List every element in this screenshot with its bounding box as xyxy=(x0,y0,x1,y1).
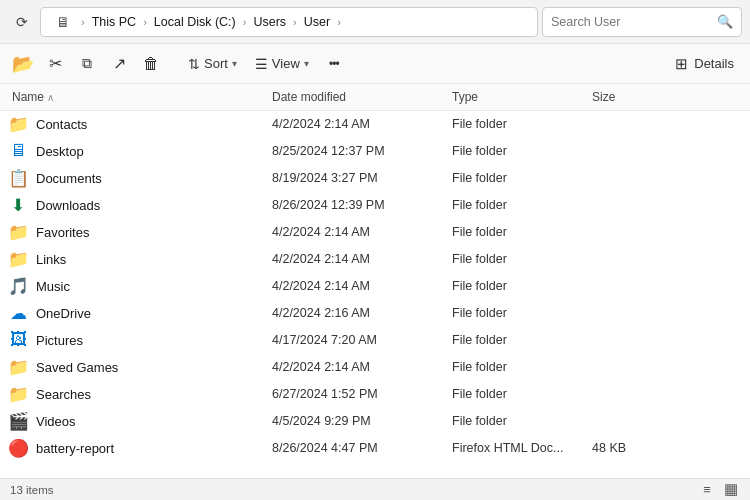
table-row[interactable]: 📁 Favorites 4/2/2024 2:14 AM File folder xyxy=(0,219,750,246)
file-name: Downloads xyxy=(36,198,100,213)
file-type: File folder xyxy=(448,414,588,428)
file-date: 4/17/2024 7:20 AM xyxy=(268,333,448,347)
table-row[interactable]: 📁 Links 4/2/2024 2:14 AM File folder xyxy=(0,246,750,273)
breadcrumb-this-pc[interactable]: This PC xyxy=(89,13,139,31)
sep4: › xyxy=(293,16,297,28)
col-date-modified[interactable]: Date modified xyxy=(268,88,448,106)
search-input[interactable] xyxy=(551,15,711,29)
file-list-body: 📁 Contacts 4/2/2024 2:14 AM File folder … xyxy=(0,111,750,499)
delete-button[interactable]: 🗑 xyxy=(136,49,166,79)
new-folder-button[interactable]: 📂 xyxy=(8,49,38,79)
sort-label: Sort xyxy=(204,56,228,71)
file-icon: ⬇ xyxy=(8,195,28,215)
table-row[interactable]: 🔴 battery-report 8/26/2024 4:47 PM Firef… xyxy=(0,435,750,462)
file-type: File folder xyxy=(448,360,588,374)
file-icon: 📁 xyxy=(8,249,28,269)
view-button[interactable]: ☰ View ▾ xyxy=(247,49,317,79)
file-date: 4/2/2024 2:14 AM xyxy=(268,117,448,131)
share-button[interactable]: ↗ xyxy=(104,49,134,79)
col-type[interactable]: Type xyxy=(448,88,588,106)
file-type: File folder xyxy=(448,252,588,266)
more-button[interactable]: ••• xyxy=(319,49,349,79)
file-type: File folder xyxy=(448,144,588,158)
col-name[interactable]: Name ∧ xyxy=(8,88,268,106)
breadcrumb-users[interactable]: Users xyxy=(250,13,289,31)
file-date: 8/26/2024 4:47 PM xyxy=(268,441,448,455)
file-icon: 📋 xyxy=(8,168,28,188)
refresh-icon: ⟳ xyxy=(16,14,28,30)
view-label: View xyxy=(272,56,300,71)
file-name: Favorites xyxy=(36,225,89,240)
breadcrumb-user[interactable]: User xyxy=(301,13,333,31)
file-date: 6/27/2024 1:52 PM xyxy=(268,387,448,401)
table-row[interactable]: ⬇ Downloads 8/26/2024 12:39 PM File fold… xyxy=(0,192,750,219)
sep5: › xyxy=(337,16,341,28)
file-name: Music xyxy=(36,279,70,294)
more-icon: ••• xyxy=(329,57,339,71)
search-icon[interactable]: 🔍 xyxy=(717,14,733,29)
breadcrumb-bar: 🖥 › This PC › Local Disk (C:) › Users › … xyxy=(40,7,538,37)
sep3: › xyxy=(243,16,247,28)
copy-button[interactable]: ⧉ xyxy=(72,49,102,79)
sep1: › xyxy=(81,16,85,28)
file-type: File folder xyxy=(448,333,588,347)
cut-button[interactable]: ✂ xyxy=(40,49,70,79)
table-row[interactable]: 🎵 Music 4/2/2024 2:14 AM File folder xyxy=(0,273,750,300)
file-name: OneDrive xyxy=(36,306,91,321)
file-date: 4/2/2024 2:16 AM xyxy=(268,306,448,320)
sort-chevron-icon: ▾ xyxy=(232,58,237,69)
refresh-button[interactable]: ⟳ xyxy=(8,8,36,36)
table-row[interactable]: 📁 Contacts 4/2/2024 2:14 AM File folder xyxy=(0,111,750,138)
table-row[interactable]: 🖼 Pictures 4/17/2024 7:20 AM File folder xyxy=(0,327,750,354)
details-panel-icon: ⊞ xyxy=(675,55,688,73)
file-type: File folder xyxy=(448,171,588,185)
file-date: 4/2/2024 2:14 AM xyxy=(268,252,448,266)
sort-icon: ⇅ xyxy=(188,56,200,72)
file-type: File folder xyxy=(448,306,588,320)
list-view-button[interactable]: ≡ xyxy=(696,480,718,498)
share-icon: ↗ xyxy=(113,54,126,73)
breadcrumb-local-disk[interactable]: Local Disk (C:) xyxy=(151,13,239,31)
file-name: Links xyxy=(36,252,66,267)
view-icons: ≡ ▦ xyxy=(696,480,742,498)
toolbar: 📂 ✂ ⧉ ↗ 🗑 ⇅ Sort ▾ ☰ View ▾ ••• ⊞ Detail… xyxy=(0,44,750,84)
table-row[interactable]: 📁 Searches 6/27/2024 1:52 PM File folder xyxy=(0,381,750,408)
table-row[interactable]: 📋 Documents 8/19/2024 3:27 PM File folde… xyxy=(0,165,750,192)
details-button[interactable]: ⊞ Details xyxy=(667,49,742,79)
copy-icon: ⧉ xyxy=(82,55,92,72)
table-row[interactable]: ☁ OneDrive 4/2/2024 2:16 AM File folder xyxy=(0,300,750,327)
table-row[interactable]: 🎬 Videos 4/5/2024 9:29 PM File folder xyxy=(0,408,750,435)
file-name: Videos xyxy=(36,414,76,429)
table-row[interactable]: 🖥 Desktop 8/25/2024 12:37 PM File folder xyxy=(0,138,750,165)
status-bar: 13 items ≡ ▦ xyxy=(0,478,750,500)
new-folder-icon: 📂 xyxy=(12,53,34,75)
file-name: Desktop xyxy=(36,144,84,159)
computer-icon: 🖥 xyxy=(49,8,77,36)
file-icon: 📁 xyxy=(8,384,28,404)
details-label: Details xyxy=(694,56,734,71)
delete-icon: 🗑 xyxy=(143,55,159,73)
file-date: 8/19/2024 3:27 PM xyxy=(268,171,448,185)
table-row[interactable]: 📁 Saved Games 4/2/2024 2:14 AM File fold… xyxy=(0,354,750,381)
file-icon: 📁 xyxy=(8,114,28,134)
name-sort-arrow: ∧ xyxy=(47,92,54,103)
file-type: File folder xyxy=(448,198,588,212)
file-type: File folder xyxy=(448,279,588,293)
search-box: 🔍 xyxy=(542,7,742,37)
file-name: Pictures xyxy=(36,333,83,348)
file-name: battery-report xyxy=(36,441,114,456)
file-icon: 📁 xyxy=(8,222,28,242)
col-size[interactable]: Size xyxy=(588,88,688,106)
view-icon: ☰ xyxy=(255,56,268,72)
file-name: Documents xyxy=(36,171,102,186)
file-date: 8/26/2024 12:39 PM xyxy=(268,198,448,212)
file-date: 4/5/2024 9:29 PM xyxy=(268,414,448,428)
file-icon: 🎵 xyxy=(8,276,28,296)
file-name: Contacts xyxy=(36,117,87,132)
file-type: File folder xyxy=(448,387,588,401)
details-view-button[interactable]: ▦ xyxy=(720,480,742,498)
sort-button[interactable]: ⇅ Sort ▾ xyxy=(180,49,245,79)
file-icon: 🖥 xyxy=(8,141,28,161)
file-icon: 📁 xyxy=(8,357,28,377)
file-name: Searches xyxy=(36,387,91,402)
